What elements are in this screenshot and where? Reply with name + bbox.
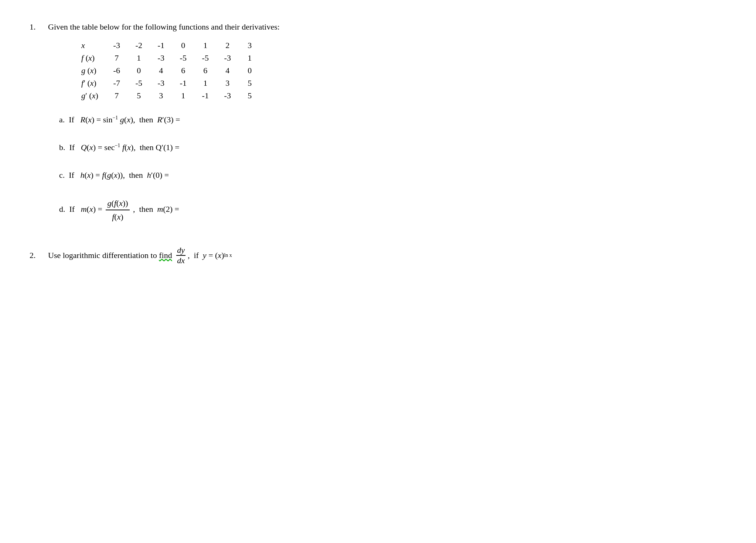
table-cell: g (x)	[74, 64, 106, 77]
table-cell: -3	[217, 52, 239, 64]
problem-2-x-var: x	[218, 251, 221, 260]
sub-problem-b: b. If Q(x) = sec−1 f(x), then Q′(1) =	[59, 141, 726, 154]
table-cell: -3	[150, 52, 172, 64]
table-cell: -2	[128, 39, 150, 52]
sub-c-g: g	[107, 170, 111, 180]
problem-2-desc-pre: Use logarithmic differentiation to	[48, 251, 157, 260]
table-row-fprime: f′ (x) -7 -5 -3 -1 1 3 5	[74, 77, 261, 89]
dy-top: dy	[176, 245, 185, 256]
sub-label-a: a.	[59, 115, 65, 124]
sub-c-f: f	[102, 170, 104, 180]
table-cell: 3	[150, 89, 172, 102]
sub-a-g: g	[120, 115, 124, 124]
table-cell: 0	[128, 64, 150, 77]
sub-b-x2: x	[127, 143, 131, 152]
sub-a-R: R	[80, 115, 85, 124]
sub-label-d: d.	[59, 204, 65, 214]
table-cell: 4	[217, 64, 239, 77]
table-cell: 0	[239, 64, 261, 77]
problem-2-number: 2.	[30, 251, 44, 260]
sub-a-Rprime: R	[157, 115, 162, 124]
table-cell: 1	[194, 39, 217, 52]
sub-label-c: c.	[59, 170, 65, 180]
sub-c-h: h	[80, 170, 84, 180]
table-cell: 2	[217, 39, 239, 52]
table-cell: -1	[194, 89, 217, 102]
problem-1-description: Given the table below for the following …	[48, 22, 280, 32]
sub-a-x1: x	[88, 115, 92, 124]
table-cell: 0	[172, 39, 194, 52]
sub-d-then: , then m(2) =	[133, 204, 179, 214]
problem-1-header: 1. Given the table below for the followi…	[30, 22, 726, 32]
sub-d-if: If	[67, 204, 79, 214]
sub-problem-a: a. If R(x) = sin−1 g(x), then R′(3) =	[59, 113, 726, 126]
sub-b-sup: −1	[115, 143, 120, 148]
sub-c-x2: x	[114, 170, 118, 180]
table-cell: 1	[172, 89, 194, 102]
sub-b-if: If	[67, 143, 79, 152]
fraction-gf-over-f: g(f(x)) f(x)	[106, 197, 129, 223]
problem-1: 1. Given the table below for the followi…	[30, 22, 726, 223]
problem-2: 2. Use logarithmic differentiation to fi…	[30, 245, 726, 265]
table-cell: g′ (x)	[74, 89, 106, 102]
table-cell: -5	[128, 77, 150, 89]
problem-2-y-var: y	[203, 251, 207, 260]
table-cell: -3	[106, 39, 128, 52]
sub-c-if: If	[67, 170, 78, 180]
sub-b-x1: x	[89, 143, 93, 152]
fraction-denominator: f(x)	[110, 210, 125, 223]
sub-a-if: If	[67, 115, 78, 124]
sub-c-hprime: h	[147, 170, 151, 180]
table-cell: 1	[239, 52, 261, 64]
table-cell: -1	[150, 39, 172, 52]
table-cell: -3	[217, 89, 239, 102]
sub-d-m: m	[81, 204, 87, 214]
problem-2-exponent: ln x	[224, 252, 232, 258]
table-cell: 5	[128, 89, 150, 102]
sub-a-x2: x	[127, 115, 130, 124]
sub-problem-c: c. If h(x) = f(g(x)), then h′(0) =	[59, 169, 726, 181]
sub-b-Q: Q	[81, 143, 87, 152]
table-cell: 1	[194, 77, 217, 89]
sub-label-b: b.	[59, 143, 65, 152]
table-cell: f (x)	[74, 52, 106, 64]
table-row-g: g (x) -6 0 4 6 6 4 0	[74, 64, 261, 77]
table-cell: -5	[194, 52, 217, 64]
table-cell: -1	[172, 77, 194, 89]
table-cell: -3	[150, 77, 172, 89]
problem-1-number: 1.	[30, 22, 44, 32]
dx-bottom: dx	[176, 256, 185, 265]
problem-2-desc-mid: , if	[188, 251, 203, 260]
table-cell: f′ (x)	[74, 77, 106, 89]
fraction-numerator: g(f(x))	[106, 197, 129, 210]
table-cell: 7	[106, 52, 128, 64]
table-row-header: x -3 -2 -1 0 1 2 3	[74, 39, 261, 52]
sub-b-f: f	[122, 143, 125, 152]
table-cell: 7	[106, 89, 128, 102]
table-cell: -6	[106, 64, 128, 77]
table-cell: 3	[217, 77, 239, 89]
table-cell: x	[74, 39, 106, 52]
table-cell: -7	[106, 77, 128, 89]
table-cell: 4	[150, 64, 172, 77]
table-cell: 6	[172, 64, 194, 77]
table-cell: 1	[128, 52, 150, 64]
function-table: x -3 -2 -1 0 1 2 3 f (x) 7 1 -3 -5 -5 -3…	[74, 39, 261, 102]
table-row-gprime: g′ (x) 7 5 3 1 -1 -3 5	[74, 89, 261, 102]
table-cell: 5	[239, 77, 261, 89]
table-cell: -5	[172, 52, 194, 64]
table-cell: 5	[239, 89, 261, 102]
problem-2-line: 2. Use logarithmic differentiation to fi…	[30, 245, 726, 265]
sub-a-sup: −1	[112, 115, 118, 121]
sub-problem-d: d. If m(x) = g(f(x)) f(x) , then m(2) =	[59, 197, 726, 223]
sub-c-x1: x	[87, 170, 91, 180]
function-table-container: x -3 -2 -1 0 1 2 3 f (x) 7 1 -3 -5 -5 -3…	[74, 39, 726, 102]
table-cell: 6	[194, 64, 217, 77]
table-cell: 3	[239, 39, 261, 52]
dy-dx-fraction: dy dx	[176, 245, 185, 265]
sub-d-x1: x	[89, 204, 93, 214]
problem-2-find: find	[159, 251, 172, 260]
table-row-f: f (x) 7 1 -3 -5 -5 -3 1	[74, 52, 261, 64]
